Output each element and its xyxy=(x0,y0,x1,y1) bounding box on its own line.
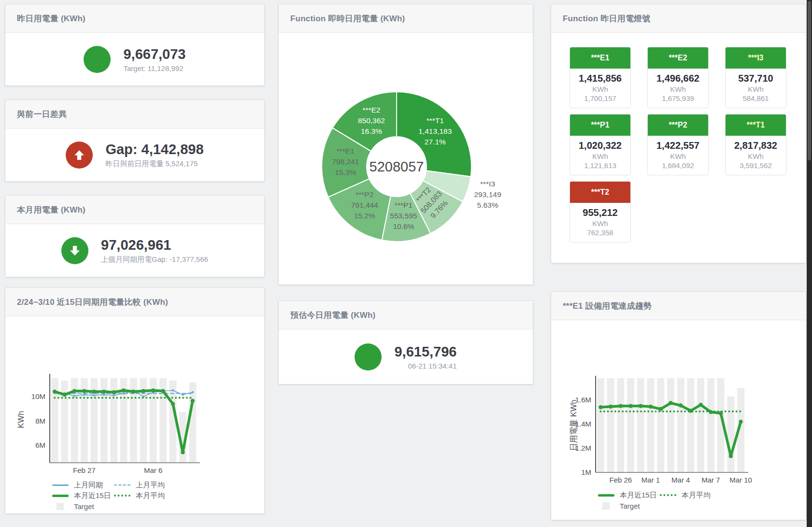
estimate-timestamp: 06-21 15:34:41 xyxy=(394,362,456,370)
legend-row: 本月近15日本月平均 xyxy=(52,490,264,501)
target-bar xyxy=(627,378,634,472)
panel-yesterday-lights: Function 昨日用電燈號 ***E11,415,856KWh1,700,1… xyxy=(551,4,806,263)
panel-header: Function 昨日用電燈號 xyxy=(551,4,806,33)
stat-body: 9,615,796 06-21 15:34:41 xyxy=(279,329,533,385)
target-bar xyxy=(687,378,695,472)
legend-item[interactable]: 本月近15日 xyxy=(598,491,660,500)
legend-item[interactable]: Target xyxy=(52,502,114,511)
tile-unit: KWh xyxy=(570,152,630,160)
panel-month-usage: 本月用電量 (KWh) 97,026,961 上個月同期用電Gap: -17,3… xyxy=(5,195,265,277)
series-point xyxy=(72,389,76,393)
target-bar xyxy=(667,378,674,472)
tile-unit: KWh xyxy=(648,152,708,160)
status-circle-green xyxy=(61,237,88,264)
status-circle-green xyxy=(355,343,382,370)
legend-label: 本月平均 xyxy=(682,491,711,500)
legend-swatch-box xyxy=(602,502,610,510)
series-point xyxy=(83,394,85,396)
legend-row: Target xyxy=(52,501,264,512)
series-point xyxy=(112,390,115,394)
tile-unit: KWh xyxy=(726,152,786,160)
panel-realtime-donut: Function 即時日用電量 (KWh) ***T11,413,18327.1… xyxy=(278,4,533,285)
legend-swatch-box xyxy=(57,503,64,510)
legend-item[interactable]: 上月平均 xyxy=(114,481,176,490)
panel-title: 預估今日用電量 (KWh) xyxy=(290,310,375,321)
series-point xyxy=(191,399,195,403)
legend-item[interactable]: Target xyxy=(598,502,660,510)
series-point xyxy=(739,420,742,424)
tile-header: ***E2 xyxy=(648,47,708,69)
series-point xyxy=(699,403,703,407)
legend-row: 本月近15日本月平均 xyxy=(598,490,806,500)
series-point xyxy=(82,389,86,393)
e1-trend-chart-body: 1M1.2M1.4M1.6M日用電量 KWhFeb 26Mar 1Mar 4Ma… xyxy=(551,320,806,520)
legend-row: 上月同期上月平均 xyxy=(52,480,264,490)
x-tick-label: Feb 26 xyxy=(609,476,632,484)
series-point xyxy=(142,389,145,393)
series-point xyxy=(609,405,613,409)
tile-value: 1,020,322 xyxy=(570,140,630,151)
series-point xyxy=(181,450,185,454)
panel-title: 2/24~3/10 近15日同期用電量比較 (KWh) xyxy=(17,297,168,308)
y-tick-label: 1M xyxy=(581,468,591,476)
panel-header: 2/24~3/10 近15日同期用電量比較 (KWh) xyxy=(5,288,264,316)
y-tick-label: 10M xyxy=(31,392,45,400)
x-tick-label: Mar 7 xyxy=(701,476,720,484)
legend-item[interactable]: 本月平均 xyxy=(660,491,722,500)
panel-title: Function 即時日用電量 (KWh) xyxy=(290,13,405,24)
legend-label: 上月同期 xyxy=(74,481,103,490)
light-tile: ***I3537,710KWh584,861 xyxy=(725,47,786,108)
series-point xyxy=(729,454,733,458)
chart-e1-svg: 1M1.2M1.4M1.6M日用電量 KWhFeb 26Mar 1Mar 4Ma… xyxy=(551,320,806,486)
legend-swatch-line-thick xyxy=(598,494,614,497)
panel-header: Function 即時日用電量 (KWh) xyxy=(279,4,533,33)
tile-target: 1,684,092 xyxy=(648,161,708,170)
tile-target: 1,675,939 xyxy=(648,94,708,102)
series-point xyxy=(62,393,66,397)
panel-header: 本月用電量 (KWh) xyxy=(5,196,264,224)
legend-item[interactable]: 本月平均 xyxy=(114,491,176,500)
tile-unit: KWh xyxy=(648,85,708,93)
light-tile: ***E11,415,856KWh1,700,157 xyxy=(570,47,631,108)
target-bar xyxy=(657,378,664,472)
target-bar xyxy=(707,378,714,472)
arrow-up-icon xyxy=(72,148,86,162)
tile-header: ***T2 xyxy=(570,182,630,203)
tile-value: 1,415,856 xyxy=(570,73,630,84)
tile-header: ***P2 xyxy=(648,114,708,136)
tile-value: 1,422,557 xyxy=(648,140,708,151)
legend-item[interactable]: 上月同期 xyxy=(52,481,114,490)
x-tick-label: Mar 6 xyxy=(144,466,162,474)
legend-item[interactable]: 本月近15日 xyxy=(52,491,114,500)
scrollbar-thumb[interactable] xyxy=(808,1,811,160)
tile-value: 955,212 xyxy=(570,207,630,218)
panel-title: 昨日用電量 (KWh) xyxy=(17,13,85,24)
series-point xyxy=(659,407,663,411)
series-point xyxy=(649,405,653,409)
tile-header: ***I3 xyxy=(726,47,786,69)
realtime-donut-chart: ***T11,413,18327.1%***I3293,1495.63%***T… xyxy=(279,33,533,285)
panel-estimate-today: 預估今日用電量 (KWh) 9,615,796 06-21 15:34:41 xyxy=(278,300,533,385)
status-circle-green xyxy=(84,46,111,73)
target-bar xyxy=(617,378,624,472)
legend-label: Target xyxy=(74,502,94,511)
series-point xyxy=(598,405,602,409)
series-point xyxy=(93,394,95,396)
yesterday-value: 9,667,073 xyxy=(123,46,185,62)
panel-gap-previous-day: 與前一日差異 Gap: 4,142,898 昨日與前日用電量 5,524,175 xyxy=(5,100,265,182)
legend-label: Target xyxy=(620,502,640,510)
dashboard: 昨日用電量 (KWh) 9,667,073 Target: 11,128,992… xyxy=(0,0,812,527)
legend-row: Target xyxy=(598,500,806,511)
light-tile: ***T12,817,832KWh3,591,562 xyxy=(725,114,786,175)
donut-slice-label: ***I3293,1495.63% xyxy=(474,180,501,209)
series-point xyxy=(172,389,174,391)
series-point xyxy=(73,395,75,397)
e1-trend-chart-legend: 本月近15日本月平均Target xyxy=(551,490,806,511)
legend-swatch-line-thick xyxy=(52,495,69,497)
gap-subtitle: 昨日與前日用電量 5,524,175 xyxy=(105,159,203,169)
target-bar xyxy=(607,378,614,472)
stat-body: 97,026,961 上個月同期用電Gap: -17,377,566 xyxy=(5,224,264,277)
tile-value: 537,710 xyxy=(726,73,786,84)
page-scrollbar[interactable] xyxy=(807,0,812,527)
tile-header: ***P1 xyxy=(570,114,630,136)
